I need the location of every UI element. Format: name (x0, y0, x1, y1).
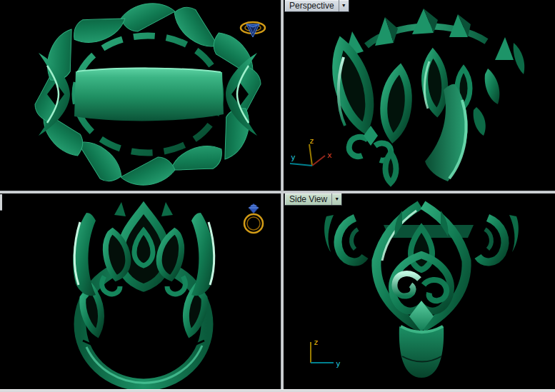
viewport-tab-label: Perspective (285, 1, 339, 11)
cropped-tab-fragment (0, 194, 2, 211)
viewport-splitter-vertical[interactable] (281, 0, 284, 389)
axis-gizmo-perspective: z x y (287, 137, 337, 171)
ring-top-view-icon (237, 18, 269, 41)
viewport-menu-arrow-icon[interactable]: ▼ (331, 194, 341, 205)
axis-z-label: z (309, 137, 314, 146)
viewport-splitter-horizontal[interactable] (0, 191, 555, 194)
ring-front-view-icon (241, 202, 266, 235)
viewport-tab-side[interactable]: Side View ▼ (284, 194, 342, 206)
viewport-top-view[interactable] (0, 0, 281, 191)
axis-y-label: y (291, 153, 296, 162)
viewport-tab-perspective[interactable]: Perspective ▼ (284, 0, 349, 12)
viewport-tab-label: Side View (285, 194, 331, 205)
axis-x-label: x (327, 151, 332, 160)
axis-z-label: z (314, 338, 319, 347)
viewport-side-view[interactable]: z y Side View ▼ (284, 194, 555, 389)
window-bottom-edge (0, 389, 555, 392)
viewport-front-view[interactable] (0, 194, 281, 389)
viewport-grid: z x y Perspective ▼ (0, 0, 555, 392)
axis-y-label: y (336, 359, 341, 368)
ring-model-front-view (0, 194, 281, 389)
viewport-menu-arrow-icon[interactable]: ▼ (339, 0, 349, 11)
axis-gizmo-side: z y (296, 336, 342, 371)
viewport-perspective[interactable]: z x y Perspective ▼ (284, 0, 555, 191)
